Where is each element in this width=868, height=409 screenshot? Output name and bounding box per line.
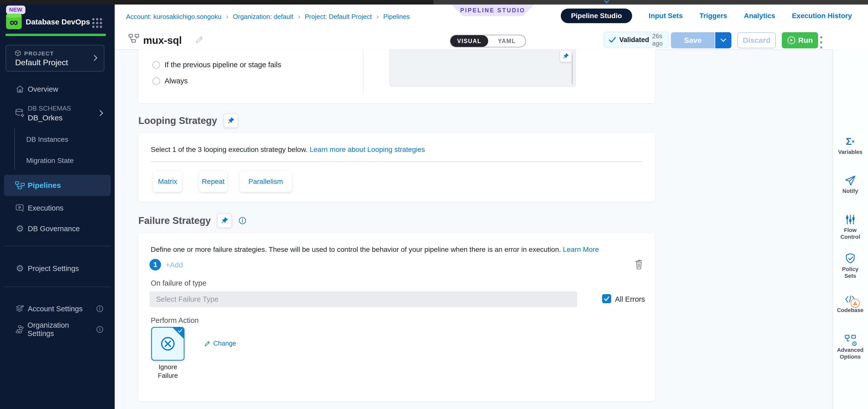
- org-hierarchy-gear-icon: [14, 325, 26, 334]
- flow-control-sliders-icon: [845, 214, 856, 225]
- sidebar-item-db-governance[interactable]: ⚙ DB Governance: [0, 220, 115, 237]
- radio-option-always[interactable]: Always: [153, 77, 188, 85]
- sidebar-item-executions[interactable]: Executions: [0, 200, 115, 216]
- tab-triggers[interactable]: Triggers: [700, 12, 727, 20]
- pipeline-name: mux-sql: [143, 35, 182, 46]
- failure-learn-more-link[interactable]: Learn More: [563, 245, 599, 253]
- info-icon[interactable]: [96, 326, 103, 333]
- breadcrumb-account[interactable]: Account: kurosakiichigo.songoku: [126, 13, 221, 21]
- sidebar-item-project-settings[interactable]: ⚙ Project Settings: [0, 261, 115, 276]
- sidebar-item-account-settings[interactable]: Account Settings: [0, 301, 115, 317]
- rail-item-variables[interactable]: Σ× Variables: [833, 136, 868, 156]
- project-label: PROJECT: [24, 50, 54, 57]
- failure-strategy-heading: Failure Strategy: [138, 215, 211, 226]
- sidebar-item-db-instances[interactable]: DB Instances: [26, 136, 68, 143]
- settings-gear-icon: ⚙: [14, 264, 26, 273]
- discard-button[interactable]: Discard: [738, 32, 776, 48]
- change-action-link[interactable]: Change: [204, 340, 236, 347]
- breadcrumb-pipelines[interactable]: Pipelines: [383, 13, 410, 21]
- failure-info-icon[interactable]: [239, 216, 247, 225]
- on-failure-label: On failure of type: [151, 279, 207, 287]
- play-icon: [787, 36, 796, 44]
- failure-strategy-card: [138, 233, 655, 401]
- all-errors-checkbox[interactable]: [602, 294, 611, 303]
- all-errors-label: All Errors: [615, 295, 645, 304]
- cube-icon: [14, 50, 21, 57]
- save-button[interactable]: Save: [671, 32, 715, 48]
- database-devops-logo-icon[interactable]: ∞: [6, 13, 22, 29]
- tab-analytics[interactable]: Analytics: [744, 12, 775, 20]
- failure-type-select[interactable]: [150, 292, 577, 307]
- pin-button[interactable]: [560, 50, 571, 62]
- policy-shield-icon: [845, 253, 856, 264]
- codebase-warning-icon: [850, 299, 860, 308]
- variables-icon: Σ×: [846, 136, 855, 147]
- toggle-yaml[interactable]: YAML: [488, 35, 526, 47]
- parallelism-strategy-button[interactable]: Parallelism: [240, 171, 292, 192]
- sidebar-green-accent: [5, 34, 106, 36]
- rail-item-codebase[interactable]: Codebase: [833, 294, 868, 313]
- toggle-visual[interactable]: VISUAL: [451, 35, 488, 47]
- edit-pipeline-name-icon[interactable]: [195, 35, 204, 44]
- visual-yaml-toggle: VISUAL YAML: [450, 35, 526, 47]
- rail-item-notify[interactable]: Notify: [833, 175, 868, 195]
- executions-icon: [14, 204, 26, 212]
- advanced-options-icon: ⚙: [845, 334, 856, 345]
- pipeline-graph-icon: [128, 34, 139, 43]
- delete-strategy-icon[interactable]: [634, 259, 644, 270]
- sidebar-item-pipelines[interactable]: Pipelines: [4, 175, 111, 196]
- radio-icon[interactable]: [153, 61, 160, 69]
- condition-editor-panel[interactable]: [390, 49, 576, 87]
- radio-icon[interactable]: [153, 77, 160, 85]
- layers-gear-icon: [14, 305, 26, 313]
- card-divider: [151, 161, 643, 162]
- save-dropdown-button[interactable]: [715, 32, 732, 48]
- tab-input-sets[interactable]: Input Sets: [649, 12, 683, 20]
- run-button[interactable]: Run: [782, 32, 818, 48]
- sidebar: NEW ∞ Database DevOps PROJECT Default Pr…: [0, 4, 115, 409]
- looping-learn-more-link[interactable]: Learn more about Looping strategies: [310, 145, 425, 154]
- sidebar-item-migration-state[interactable]: Migration State: [26, 157, 73, 165]
- more-options-menu[interactable]: [818, 35, 824, 50]
- breadcrumb-project[interactable]: Project: Default Project: [305, 13, 372, 21]
- breadcrumb-organization[interactable]: Organization: default: [233, 13, 293, 21]
- perform-action-label: Perform Action: [151, 316, 198, 325]
- validated-badge[interactable]: Validated 26s ago: [603, 32, 669, 48]
- strategy-index-badge[interactable]: 1: [150, 259, 161, 271]
- card-vertical-divider: [363, 49, 364, 95]
- looping-strategy-heading: Looping Strategy: [138, 115, 217, 126]
- rail-item-policy-sets[interactable]: PolicySets: [833, 253, 868, 279]
- ignore-failure-action-card[interactable]: [151, 327, 185, 361]
- notify-send-icon: [845, 175, 856, 186]
- header-tabs: Pipeline Studio Input Sets Triggers Anal…: [561, 8, 852, 23]
- tab-execution-history[interactable]: Execution History: [792, 12, 852, 20]
- top-strip-right: [434, 0, 868, 4]
- looping-description: Select 1 of the 3 looping execution stra…: [151, 145, 425, 154]
- sidebar-item-overview[interactable]: Overview: [0, 81, 115, 97]
- tab-pipeline-studio[interactable]: Pipeline Studio: [561, 8, 632, 23]
- project-selector[interactable]: PROJECT Default Project: [5, 45, 104, 71]
- failure-description: Define one or more failure strategies. T…: [151, 245, 634, 253]
- repeat-strategy-button[interactable]: Repeat: [199, 171, 227, 192]
- app-title: Database DevOps: [26, 18, 90, 26]
- pin-button[interactable]: [223, 113, 238, 128]
- rail-item-advanced-options[interactable]: ⚙ AdvancedOptions: [833, 334, 868, 360]
- radio-option-previous-fails[interactable]: If the previous pipeline or stage fails: [153, 61, 281, 69]
- chevron-right-icon: [99, 109, 103, 116]
- module-grid-icon[interactable]: [92, 18, 102, 28]
- pin-button[interactable]: [217, 213, 232, 228]
- matrix-strategy-button[interactable]: Matrix: [153, 171, 182, 192]
- rail-item-flow-control[interactable]: FlowControl: [833, 214, 868, 240]
- pipeline-studio-ribbon: PIPELINE STUDIO: [451, 4, 534, 16]
- info-icon[interactable]: [96, 305, 103, 312]
- breadcrumb: Account: kurosakiichigo.songoku › Organi…: [126, 12, 410, 21]
- ignore-failure-label: Ignore Failure: [151, 363, 185, 380]
- pipeline-studio-page: NEW ∞ Database DevOps PROJECT Default Pr…: [0, 0, 868, 409]
- top-strip-chevron-icon: [604, 0, 610, 4]
- sidebar-item-db-schemas[interactable]: DB SCHEMAS DB_Orkes: [0, 101, 115, 125]
- add-failure-strategy-button[interactable]: +Add: [165, 261, 183, 269]
- db-schemas-label: DB SCHEMAS: [28, 103, 71, 113]
- sidebar-item-organization-settings[interactable]: Organization Settings: [0, 321, 115, 338]
- pipelines-icon: [14, 181, 26, 190]
- panel-scrollbar[interactable]: [571, 54, 573, 84]
